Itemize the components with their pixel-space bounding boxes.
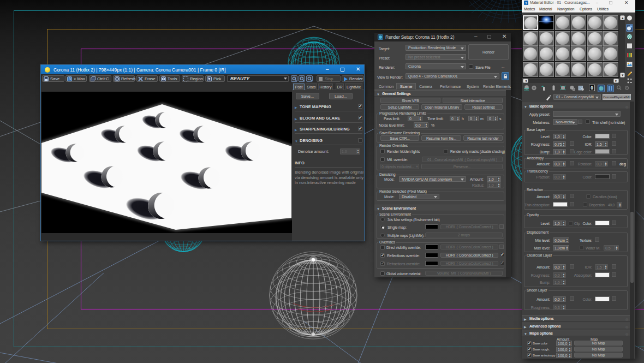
svg-text:+: + [541, 85, 543, 88]
svg-text:3: 3 [69, 77, 71, 81]
svg-text:0: 0 [591, 85, 593, 91]
